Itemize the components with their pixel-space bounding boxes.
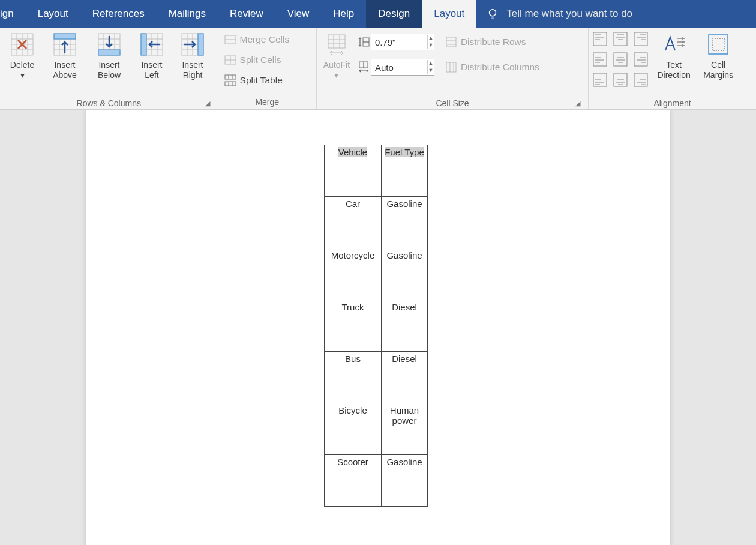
svg-rect-19: [614, 32, 627, 46]
table-row[interactable]: Car Gasoline: [325, 197, 428, 248]
align-bottom-center-button[interactable]: [613, 72, 629, 89]
group-label-merge: Merge: [222, 96, 313, 108]
tab-view[interactable]: View: [275, 0, 322, 28]
table-cell[interactable]: Gasoline: [382, 455, 428, 507]
svg-rect-21: [593, 53, 607, 66]
align-bottom-left-button[interactable]: [592, 72, 609, 89]
table-cell[interactable]: Diesel: [382, 300, 428, 352]
svg-rect-8: [198, 34, 203, 55]
svg-rect-20: [634, 32, 647, 46]
tab-design-partial[interactable]: ign: [0, 0, 26, 28]
table-header-cell[interactable]: Fuel Type: [382, 145, 428, 197]
table-row[interactable]: Scooter Gasoline: [325, 455, 428, 507]
split-table-icon: [224, 74, 236, 86]
delete-button[interactable]: Delete▾: [4, 30, 41, 97]
table-row[interactable]: Bicycle Human power: [325, 403, 428, 455]
align-center-center-button[interactable]: [613, 52, 629, 68]
page[interactable]: Vehicle Fuel Type Car Gasoline Motorcycl…: [86, 110, 670, 545]
cell-margins-icon: [706, 32, 730, 56]
svg-point-0: [490, 10, 496, 16]
tab-layout[interactable]: Layout: [26, 0, 80, 28]
table-cell[interactable]: Scooter: [325, 455, 382, 507]
table-cell[interactable]: Gasoline: [382, 197, 428, 248]
table-row[interactable]: Motorcycle Gasoline: [325, 248, 428, 300]
autofit-icon: [325, 32, 349, 56]
group-rows-columns: Delete▾ Insert Above Insert Below: [0, 28, 218, 109]
align-top-center-button[interactable]: [613, 31, 629, 48]
split-cells-button[interactable]: Split Cells: [222, 52, 292, 68]
group-cell-size: AutoFit▾ 0.79" ▲▼ Au: [317, 28, 589, 109]
autofit-button[interactable]: AutoFit▾: [320, 30, 353, 97]
ribbon-tabs: ign Layout References Mailings Review Vi…: [0, 0, 756, 28]
merge-cells-button[interactable]: Merge Cells: [222, 31, 292, 48]
svg-rect-16: [446, 37, 456, 47]
ribbon: Delete▾ Insert Above Insert Below: [0, 28, 756, 110]
insert-right-label: Insert Right: [182, 60, 203, 80]
distribute-cols-button[interactable]: Distribute Columns: [443, 59, 542, 76]
tab-review[interactable]: Review: [218, 0, 275, 28]
row-height-input[interactable]: 0.79" ▲▼: [371, 34, 434, 50]
table-cell[interactable]: Diesel: [382, 352, 428, 403]
tab-table-layout[interactable]: Layout: [422, 0, 476, 28]
delete-icon: [10, 32, 34, 56]
distribute-rows-icon: [445, 36, 457, 48]
align-center-right-button[interactable]: [633, 52, 650, 68]
svg-rect-11: [225, 75, 236, 79]
dialog-launcher-icon[interactable]: ◢: [574, 100, 582, 108]
cell-margins-label: Cell Margins: [703, 60, 733, 80]
table-cell[interactable]: Gasoline: [382, 248, 428, 300]
tab-mailings[interactable]: Mailings: [157, 0, 218, 28]
col-width-input[interactable]: Auto ▲▼: [371, 59, 434, 76]
svg-rect-17: [446, 62, 456, 72]
table-cell[interactable]: Motorcycle: [325, 248, 382, 300]
insert-below-button[interactable]: Insert Below: [89, 30, 130, 97]
table-cell[interactable]: Bicycle: [325, 403, 382, 455]
distribute-rows-button[interactable]: Distribute Rows: [443, 34, 542, 50]
table-cell[interactable]: Bus: [325, 352, 382, 403]
align-top-left-button[interactable]: [592, 31, 609, 48]
table-cell[interactable]: Car: [325, 197, 382, 248]
group-label-alignment: Alignment: [592, 97, 752, 109]
document-table[interactable]: Vehicle Fuel Type Car Gasoline Motorcycl…: [324, 145, 428, 507]
cell-margins-button[interactable]: Cell Margins: [698, 30, 739, 97]
align-bottom-right-button[interactable]: [633, 72, 650, 89]
svg-rect-27: [709, 35, 728, 54]
distribute-cols-icon: [445, 61, 457, 73]
insert-above-button[interactable]: Insert Above: [44, 30, 85, 97]
svg-rect-4: [98, 50, 120, 55]
table-row[interactable]: Vehicle Fuel Type: [325, 145, 428, 197]
tell-me-label: Tell me what you want to do: [506, 8, 632, 20]
table-cell[interactable]: Truck: [325, 300, 382, 352]
insert-below-label: Insert Below: [98, 60, 121, 80]
insert-right-icon: [181, 32, 205, 56]
svg-rect-28: [712, 38, 724, 50]
insert-above-icon: [53, 32, 77, 56]
tab-help[interactable]: Help: [321, 0, 366, 28]
merge-cells-icon: [224, 34, 236, 46]
tell-me-search[interactable]: Tell me what you want to do: [476, 0, 642, 28]
text-direction-button[interactable]: Text Direction: [653, 30, 694, 97]
table-row[interactable]: Bus Diesel: [325, 352, 428, 403]
insert-left-button[interactable]: Insert Left: [133, 30, 170, 97]
dialog-launcher-icon[interactable]: ◢: [203, 100, 212, 108]
spinner-buttons[interactable]: ▲▼: [427, 35, 434, 49]
align-top-right-button[interactable]: [633, 31, 650, 48]
table-row[interactable]: Truck Diesel: [325, 300, 428, 352]
spinner-buttons[interactable]: ▲▼: [427, 60, 434, 74]
align-center-left-button[interactable]: [592, 52, 609, 68]
text-direction-label: Text Direction: [657, 60, 690, 80]
insert-right-button[interactable]: Insert Right: [174, 30, 211, 97]
autofit-label: AutoFit▾: [323, 60, 350, 80]
split-table-button[interactable]: Split Table: [222, 72, 292, 89]
tab-references[interactable]: References: [80, 0, 157, 28]
table-cell[interactable]: Human power: [382, 403, 428, 455]
insert-below-icon: [97, 32, 121, 56]
insert-left-icon: [140, 32, 164, 56]
row-height-icon: [356, 36, 368, 48]
tab-table-design[interactable]: Design: [366, 0, 422, 28]
document-area[interactable]: Vehicle Fuel Type Car Gasoline Motorcycl…: [0, 110, 756, 545]
svg-rect-23: [634, 53, 647, 66]
group-merge: Merge Cells Split Cells Split Table Merg…: [218, 28, 317, 109]
table-header-cell[interactable]: Vehicle: [325, 145, 382, 197]
svg-rect-2: [54, 34, 76, 39]
